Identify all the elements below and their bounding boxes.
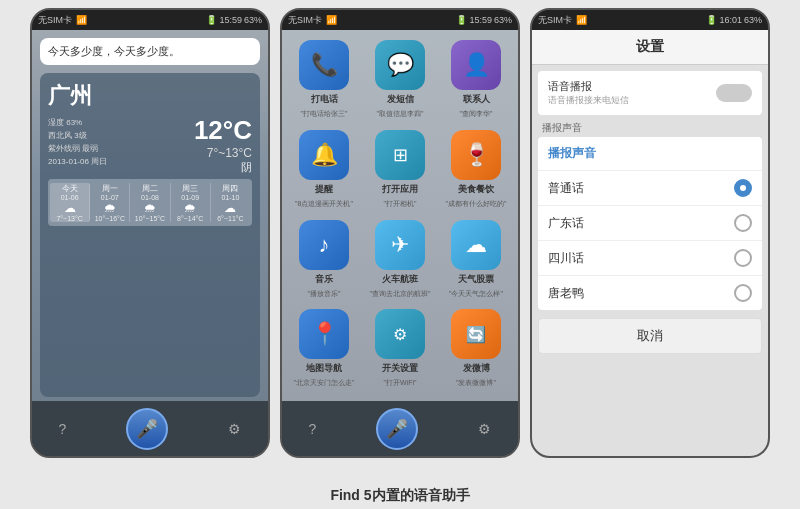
radio-cantonese[interactable]: 广东话	[538, 206, 762, 241]
app-contacts-hint: "查阅李华"	[460, 109, 493, 119]
weibo-icon: 🔄	[451, 309, 501, 359]
radio-donald[interactable]: 唐老鸭	[538, 276, 762, 310]
app-weibo-hint: "发表微微博"	[456, 378, 496, 388]
forecast-icon-0: ☁	[50, 201, 89, 215]
phone3-screen: 设置 语音播报 语音播报接来电短信 播报声音 播报声音 普通话	[532, 30, 768, 456]
weather-date: 2013-01-06 周日	[48, 156, 107, 167]
app-sms-hint: "取值信息李四"	[377, 109, 424, 119]
app-music-name: 音乐	[315, 273, 333, 286]
app-contacts-name: 联系人	[463, 93, 490, 106]
voice-broadcast-toggle[interactable]	[716, 84, 752, 102]
phone1-wifi-icon: 📶	[76, 15, 87, 25]
app-reminder-name: 提醒	[315, 183, 333, 196]
phone1-time: 15:59	[219, 15, 242, 25]
phone2-carrier: 无SIM卡	[288, 14, 322, 27]
speech-bubble: 今天多少度，今天多少度。	[40, 38, 260, 65]
radio-sichuan[interactable]: 四川话	[538, 241, 762, 276]
app-weather[interactable]: ☁ 天气股票 "今天天气怎么样"	[442, 220, 510, 302]
phone2-mic-button[interactable]: 🎤	[376, 408, 418, 450]
open-app-icon: ⊞	[375, 130, 425, 180]
phone2-help-icon[interactable]: ?	[309, 421, 317, 437]
mic-button[interactable]: 🎤	[126, 408, 168, 450]
phone1-battery: 63%	[244, 15, 262, 25]
phone1-screen: 今天多少度，今天多少度。 广州 湿度 63% 西北风 3级 紫外线弱 最弱 20…	[32, 30, 268, 401]
app-flight-hint: "查询去北京的航班"	[370, 289, 431, 299]
food-icon: 🍷	[451, 130, 501, 180]
phone2-bottom: ? 🎤 ⚙	[282, 401, 518, 456]
phone2-settings-icon[interactable]: ⚙	[478, 421, 491, 437]
app-sms-name: 发短信	[387, 93, 414, 106]
forecast-range-0: 7°~13°C	[50, 215, 89, 222]
app-map-hint: "北京天安门怎么走"	[294, 378, 355, 388]
phone3-battery: 63%	[744, 15, 762, 25]
cancel-button[interactable]: 取消	[538, 318, 762, 354]
caption: Find 5内置的语音助手	[330, 481, 469, 509]
app-settings[interactable]: ⚙ 开关设置 "打开WiFi"	[366, 309, 434, 391]
forecast-date-0: 01-06	[50, 194, 89, 201]
forecast-label-0: 今天	[50, 183, 89, 194]
forecast-row: 今天 01-06 ☁ 7°~13°C 周一 01-07 🌧 10°~16°C 周…	[48, 179, 252, 226]
forecast-day-0: 今天 01-06 ☁ 7°~13°C	[50, 183, 90, 222]
radio-donald-circle	[734, 284, 752, 302]
app-open-hint: "打开相机"	[384, 199, 417, 209]
weather-icon: ☁	[451, 220, 501, 270]
weather-detail-2: 西北风 3级	[48, 130, 107, 141]
app-flight-name: 火车航班	[382, 273, 418, 286]
app-weather-hint: "今天天气怎么样"	[449, 289, 503, 299]
reminder-icon: 🔔	[299, 130, 349, 180]
app-music[interactable]: ♪ 音乐 "播放音乐"	[290, 220, 358, 302]
phone1-bottom: ? 🎤 ⚙	[32, 401, 268, 456]
phone1-carrier: 无SIM卡	[38, 14, 72, 27]
phone1-status-bar: 无SIM卡 📶 🔋 15:59 63%	[32, 10, 268, 30]
phone3-status-bar: 无SIM卡 📶 🔋 16:01 63%	[532, 10, 768, 30]
help-icon[interactable]: ?	[59, 421, 67, 437]
radio-putonghua-label: 普通话	[548, 180, 584, 197]
flight-icon: ✈	[375, 220, 425, 270]
app-contacts[interactable]: 👤 联系人 "查阅李华"	[442, 40, 510, 122]
app-food[interactable]: 🍷 美食餐饮 "成都有什么好吃的"	[442, 130, 510, 212]
phones-container: 无SIM卡 📶 🔋 15:59 63% 今天多少度，今天多少度。 广州 湿度 6…	[15, 0, 785, 481]
app-sms[interactable]: 💬 发短信 "取值信息李四"	[366, 40, 434, 122]
forecast-day-1: 周一 01-07 🌧 10°~16°C	[90, 183, 130, 222]
settings-header: 设置	[532, 30, 768, 65]
app-map-name: 地图导航	[306, 362, 342, 375]
phone-icon: 📞	[299, 40, 349, 90]
phone-2: 无SIM卡 📶 🔋 15:59 63% 📞 打电话 "打电话给张三" 💬	[280, 8, 520, 458]
radio-donald-label: 唐老鸭	[548, 285, 584, 302]
forecast-day-2: 周二 01-08 🌧 10°~15°C	[130, 183, 170, 222]
phone2-time: 15:59	[469, 15, 492, 25]
app-phone-name: 打电话	[311, 93, 338, 106]
phone2-battery-icon: 🔋	[456, 15, 467, 25]
settings-icon[interactable]: ⚙	[228, 421, 241, 437]
sms-icon: 💬	[375, 40, 425, 90]
app-open[interactable]: ⊞ 打开应用 "打开相机"	[366, 130, 434, 212]
app-weibo[interactable]: 🔄 发微博 "发表微微博"	[442, 309, 510, 391]
radio-sichuan-circle	[734, 249, 752, 267]
radio-putonghua-circle	[734, 179, 752, 197]
radio-cantonese-label: 广东话	[548, 215, 584, 232]
radio-options: 播报声音 普通话 广东话 四川话 唐老	[538, 137, 762, 310]
phone2-battery: 63%	[494, 15, 512, 25]
forecast-day-4: 周四 01-10 ☁ 6°~11°C	[211, 183, 250, 222]
app-map[interactable]: 📍 地图导航 "北京天安门怎么走"	[290, 309, 358, 391]
weather-detail-1: 湿度 63%	[48, 117, 107, 128]
app-reminder[interactable]: 🔔 提醒 "8点追漫画开关机"	[290, 130, 358, 212]
voice-broadcast-section: 语音播报 语音播报接来电短信	[538, 71, 762, 115]
phone3-time: 16:01	[719, 15, 742, 25]
voice-broadcast-item: 语音播报 语音播报接来电短信	[538, 71, 762, 115]
app-food-name: 美食餐饮	[458, 183, 494, 196]
radio-putonghua[interactable]: 普通话	[538, 171, 762, 206]
map-icon: 📍	[299, 309, 349, 359]
phone3-wifi-icon: 📶	[576, 15, 587, 25]
phone2-status-bar: 无SIM卡 📶 🔋 15:59 63%	[282, 10, 518, 30]
phone2-wifi-icon: 📶	[326, 15, 337, 25]
weather-card: 广州 湿度 63% 西北风 3级 紫外线弱 最弱 2013-01-06 周日 1…	[40, 73, 260, 397]
speech-text: 今天多少度，今天多少度。	[48, 45, 180, 57]
temp-range: 7°~13°C	[194, 146, 252, 160]
app-settings-hint: "打开WiFi"	[384, 378, 417, 388]
phone3-battery-icon: 🔋	[706, 15, 717, 25]
app-phone[interactable]: 📞 打电话 "打电话给张三"	[290, 40, 358, 122]
app-settings-name: 开关设置	[382, 362, 418, 375]
radio-cantonese-circle	[734, 214, 752, 232]
app-flight[interactable]: ✈ 火车航班 "查询去北京的航班"	[366, 220, 434, 302]
